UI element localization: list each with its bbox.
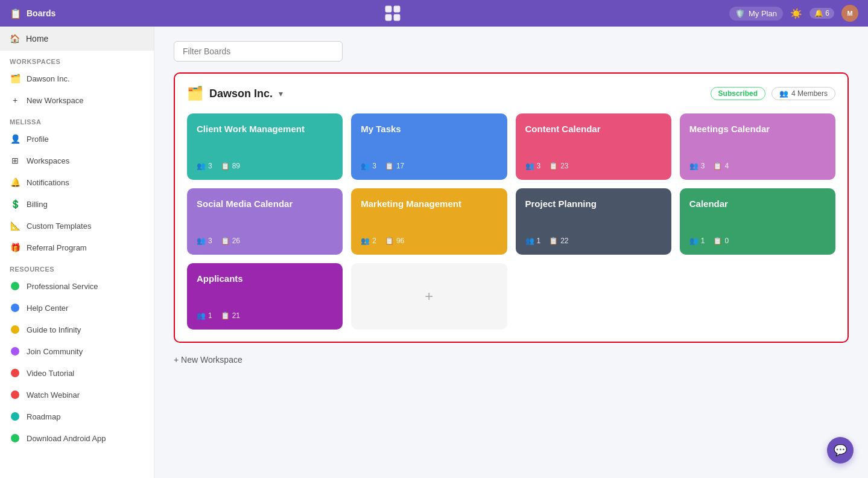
- tasks-icon: 📋: [385, 162, 394, 170]
- sidebar-item-webinar[interactable]: Watch Webinar: [0, 384, 154, 406]
- workspace-icon: 🗂️: [10, 73, 21, 84]
- board-tasks: 📋 17: [385, 162, 404, 170]
- sidebar-item-professional-service[interactable]: Professional Service: [0, 275, 154, 297]
- my-plan-button[interactable]: 🛡️ My Plan: [729, 7, 783, 21]
- sidebar-item-workspaces[interactable]: ⊞ Workspaces: [0, 150, 154, 171]
- svg-rect-1: [393, 6, 400, 13]
- user-section-label: Melissa: [0, 111, 154, 128]
- board-members: 👥 1: [689, 237, 705, 245]
- chat-icon: 💬: [834, 444, 847, 457]
- sidebar: 🏠 Home Workspaces 🗂️ Dawson Inc. + New W…: [0, 27, 154, 478]
- referral-label: Referral Program: [27, 243, 87, 252]
- board-tasks: 📋 4: [713, 162, 729, 170]
- board-card-my-tasks[interactable]: My Tasks 👥 3 📋 17: [351, 113, 507, 180]
- chat-bubble-button[interactable]: 💬: [827, 437, 854, 464]
- board-title: Content Calendar: [525, 123, 662, 135]
- members-icon: 👥: [779, 89, 788, 98]
- sidebar-item-notifications[interactable]: 🔔 Notifications: [0, 171, 154, 193]
- workspace-title-area: 🗂️ Dawson Inc. ▾: [187, 86, 283, 101]
- add-board-button[interactable]: +: [351, 263, 507, 330]
- members-icon: 👥: [525, 162, 534, 170]
- nav-left: 📋 Boards: [10, 8, 55, 19]
- resources-section-label: Resources: [0, 258, 154, 275]
- members-icon: 👥: [197, 162, 206, 170]
- sidebar-item-roadmap[interactable]: Roadmap: [0, 406, 154, 427]
- board-members: 👥 2: [361, 237, 376, 245]
- person-icon: 👤: [10, 133, 21, 144]
- sidebar-item-video-tutorial[interactable]: Video Tutorial: [0, 362, 154, 384]
- board-members: 👥 1: [197, 311, 212, 320]
- filter-boards-input[interactable]: [174, 41, 343, 62]
- sidebar-item-community[interactable]: Join Community: [0, 340, 154, 362]
- help-center-label: Help Center: [27, 304, 68, 313]
- workspaces-section-label: Workspaces: [0, 51, 154, 68]
- board-tasks: 📋 89: [221, 162, 240, 170]
- board-title: Social Media Calendar: [197, 198, 333, 210]
- boards-grid: Client Work Management 👥 3 📋 89 My Tasks…: [187, 113, 835, 330]
- sidebar-item-billing[interactable]: 💲 Billing: [0, 193, 154, 215]
- nav-right: 🛡️ My Plan ☀️ 🔔 6 M: [729, 5, 858, 22]
- board-meta: 👥 1 📋 21: [197, 311, 333, 320]
- teal-dot-icon: [10, 411, 21, 422]
- members-icon: 👥: [689, 237, 699, 245]
- billing-label: Billing: [27, 200, 48, 209]
- board-card-marketing[interactable]: Marketing Management 👥 2 📋 96: [351, 188, 507, 255]
- sidebar-new-workspace[interactable]: + New Workspace: [0, 89, 154, 111]
- sidebar-item-guide[interactable]: Guide to Infinity: [0, 319, 154, 340]
- board-title: Project Planning: [525, 198, 662, 210]
- sidebar-workspace-dawson[interactable]: 🗂️ Dawson Inc.: [0, 68, 154, 89]
- android-label: Download Android App: [27, 434, 106, 443]
- board-card-client-work[interactable]: Client Work Management 👥 3 📋 89: [187, 113, 343, 180]
- sidebar-item-profile[interactable]: 👤 Profile: [0, 128, 154, 150]
- members-badge: 👥 4 Members: [771, 87, 835, 100]
- green2-dot-icon: [10, 433, 21, 444]
- members-icon: 👥: [525, 237, 534, 245]
- user-avatar[interactable]: M: [841, 5, 858, 22]
- board-card-calendar[interactable]: Calendar 👥 1 📋 0: [680, 188, 835, 255]
- new-workspace-bottom-link[interactable]: + New Workspace: [174, 355, 849, 365]
- tasks-icon: 📋: [221, 237, 230, 245]
- tasks-icon: 📋: [385, 237, 394, 245]
- purple-dot-icon: [10, 346, 21, 357]
- sidebar-item-android[interactable]: Download Android App: [0, 427, 154, 449]
- members-icon: 👥: [197, 311, 206, 320]
- board-card-meetings-calendar[interactable]: Meetings Calendar 👥 3 📋 4: [680, 113, 835, 180]
- board-members: 👥 3: [197, 237, 212, 245]
- board-card-project-planning[interactable]: Project Planning 👥 1 📋 22: [516, 188, 671, 255]
- boards-icon: 📋: [10, 8, 22, 19]
- board-card-applicants[interactable]: Applicants 👥 1 📋 21: [187, 263, 343, 330]
- yellow-dot-icon: [10, 324, 21, 335]
- red2-dot-icon: [10, 389, 21, 400]
- layout-icon: 📐: [10, 220, 21, 231]
- bell-icon: 🔔: [10, 177, 21, 188]
- workspace-name: Dawson Inc.: [27, 74, 70, 83]
- board-card-content-calendar[interactable]: Content Calendar 👥 3 📋 23: [516, 113, 671, 180]
- gift-icon: 🎁: [10, 242, 21, 253]
- board-members: 👥 3: [525, 162, 541, 170]
- board-tasks: 📋 26: [221, 237, 240, 245]
- theme-toggle-icon[interactable]: ☀️: [790, 8, 802, 19]
- workspace-header: 🗂️ Dawson Inc. ▾ Subscribed 👥 4 Members: [187, 86, 835, 101]
- app-title: Boards: [27, 8, 55, 18]
- sidebar-item-referral[interactable]: 🎁 Referral Program: [0, 237, 154, 258]
- dollar-icon: 💲: [10, 199, 21, 209]
- svg-rect-3: [393, 14, 400, 21]
- community-label: Join Community: [27, 347, 83, 356]
- board-members: 👥 3: [197, 162, 212, 170]
- svg-rect-2: [385, 14, 391, 21]
- board-members: 👥 1: [525, 237, 541, 245]
- main-layout: 🏠 Home Workspaces 🗂️ Dawson Inc. + New W…: [0, 27, 868, 478]
- sidebar-home[interactable]: 🏠 Home: [0, 27, 154, 51]
- board-meta: 👥 2 📋 96: [361, 237, 497, 245]
- workspace-chevron-icon[interactable]: ▾: [279, 89, 283, 98]
- new-workspace-label: New Workspace: [27, 96, 83, 105]
- board-card-social-media[interactable]: Social Media Calendar 👥 3 📋 26: [187, 188, 343, 255]
- blue-dot-icon: [10, 302, 21, 313]
- top-navbar: 📋 Boards 🛡️ My Plan ☀️ 🔔 6 M: [0, 0, 868, 27]
- notifications-badge[interactable]: 🔔 6: [809, 8, 834, 19]
- members-count: 4 Members: [791, 89, 828, 98]
- sidebar-item-help-center[interactable]: Help Center: [0, 297, 154, 319]
- plus-icon: +: [425, 288, 433, 305]
- sidebar-item-custom-templates[interactable]: 📐 Custom Templates: [0, 215, 154, 237]
- plan-icon: 🛡️: [735, 9, 745, 18]
